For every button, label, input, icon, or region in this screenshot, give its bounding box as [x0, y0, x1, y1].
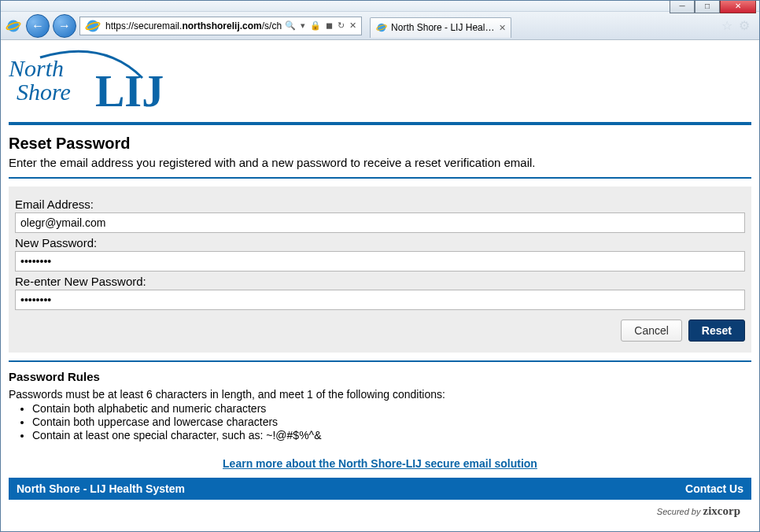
- url-text: https://securemail.northshorelij.com/s/c…: [105, 20, 282, 31]
- rules-list: Contain both alphabetic and numeric char…: [9, 402, 751, 441]
- rule-item: Contain both alphabetic and numeric char…: [32, 402, 751, 415]
- rules-intro: Passwords must be at least 6 characters …: [9, 388, 751, 401]
- reenter-password-field[interactable]: [15, 290, 745, 310]
- section-divider: [9, 177, 751, 179]
- header-divider: [9, 122, 751, 125]
- contact-us-link[interactable]: Contact Us: [685, 482, 743, 495]
- lock-icon: 🔒: [310, 20, 323, 31]
- favorites-star-icon[interactable]: ☆: [721, 18, 732, 33]
- rules-title: Password Rules: [9, 370, 751, 383]
- new-password-label: New Password:: [15, 236, 745, 249]
- browser-tab[interactable]: North Shore - LIJ Health Sys... ✕: [370, 17, 511, 38]
- learn-more-link[interactable]: Learn more about the North Shore-LIJ sec…: [9, 457, 751, 470]
- dropdown-icon[interactable]: ▾: [301, 20, 307, 31]
- footer-bar: North Shore - LIJ Health System Contact …: [9, 478, 751, 500]
- secured-by: Secured by zixcorp: [9, 500, 751, 523]
- site-logo: North Shore LIJ: [9, 45, 751, 122]
- page-title: Reset Password: [9, 135, 751, 153]
- tab-close-icon[interactable]: ✕: [499, 23, 506, 33]
- browser-navbar: ← → https://securemail.northshorelij.com…: [1, 12, 759, 40]
- page-subtitle: Enter the email address you registered w…: [9, 156, 751, 169]
- window-close-button[interactable]: ✕: [720, 0, 756, 13]
- email-field[interactable]: [15, 212, 745, 233]
- tools-gear-icon[interactable]: ⚙: [739, 18, 750, 33]
- ie-logo-icon: [4, 17, 23, 35]
- address-bar[interactable]: https://securemail.northshorelij.com/s/c…: [79, 17, 362, 35]
- section-divider: [9, 360, 751, 362]
- site-favicon-icon: [83, 17, 102, 35]
- svg-text:Shore: Shore: [17, 79, 71, 105]
- nav-back-button[interactable]: ←: [26, 14, 50, 38]
- search-icon[interactable]: 🔍: [285, 20, 297, 31]
- tab-favicon-icon: [375, 21, 388, 34]
- window-titlebar: ─ □ ✕: [1, 1, 759, 12]
- reenter-password-label: Re-enter New Password:: [15, 275, 745, 288]
- svg-text:North: North: [9, 55, 64, 81]
- rule-item: Contain both uppercase and lowercase cha…: [32, 416, 751, 428]
- cancel-button[interactable]: Cancel: [621, 320, 682, 342]
- reset-form: Email Address: New Password: Re-enter Ne…: [9, 187, 751, 353]
- refresh-icon[interactable]: ↻: [338, 20, 346, 31]
- tab-title: North Shore - LIJ Health Sys...: [391, 22, 496, 33]
- footer-org: North Shore - LIJ Health System: [17, 482, 185, 495]
- window-minimize-button[interactable]: ─: [670, 0, 695, 13]
- email-label: Email Address:: [15, 198, 745, 211]
- stop-icon[interactable]: ✕: [349, 20, 358, 31]
- new-password-field[interactable]: [15, 251, 745, 272]
- compat-icon[interactable]: ◼: [326, 20, 334, 31]
- svg-text:LIJ: LIJ: [95, 67, 164, 116]
- nav-forward-button[interactable]: →: [53, 14, 76, 38]
- rule-item: Contain at least one special character, …: [32, 429, 751, 441]
- window-maximize-button[interactable]: □: [695, 0, 720, 13]
- reset-button[interactable]: Reset: [688, 320, 745, 342]
